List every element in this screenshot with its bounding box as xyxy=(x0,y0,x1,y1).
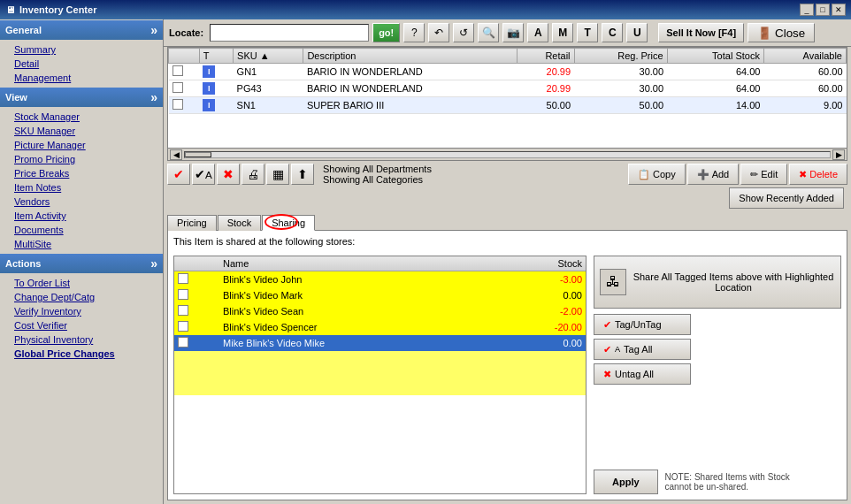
sharing-row-checkbox[interactable] xyxy=(178,321,188,332)
m-button[interactable]: M xyxy=(552,23,573,42)
tag-buttons-group: ✔ Tag/UnTag ✔ A Tag All ✖ Untag All xyxy=(594,314,841,385)
sidebar-item-sku-manager[interactable]: SKU Manager xyxy=(0,124,163,138)
col-desc[interactable]: Description xyxy=(303,49,518,64)
sidebar-item-documents[interactable]: Documents xyxy=(0,223,163,237)
t-button[interactable]: T xyxy=(577,23,598,42)
sidebar-item-summary[interactable]: Summary xyxy=(0,42,163,57)
refresh-button[interactable]: ↺ xyxy=(453,23,474,42)
scroll-thumb[interactable] xyxy=(185,152,211,157)
camera-button[interactable]: 📷 xyxy=(502,23,524,42)
col-sku[interactable]: SKU ▲ xyxy=(234,49,303,64)
sharing-row[interactable]: Blink's Video Spencer -20.00 xyxy=(174,319,586,335)
edit-button[interactable]: ✏ Edit xyxy=(740,164,787,185)
untag-all-button[interactable]: ✖ Untag All xyxy=(594,363,691,385)
sharing-row[interactable]: Blink's Video Sean -2.00 xyxy=(174,303,586,319)
cell-reg-price: 50.00 xyxy=(574,97,667,114)
scroll-track[interactable] xyxy=(184,151,831,158)
sidebar-item-stock-manager[interactable]: Stock Manager xyxy=(0,110,163,124)
sharing-col-stock[interactable]: Stock xyxy=(497,256,586,271)
col-t[interactable]: T xyxy=(199,49,233,64)
cell-retail: 50.00 xyxy=(517,97,574,114)
row-checkbox[interactable] xyxy=(172,99,183,110)
table-row[interactable]: I PG43 BARIO IN WONDERLAND 20.99 30.00 6… xyxy=(169,80,847,97)
copy-button[interactable]: 📋 Copy xyxy=(628,164,686,185)
cell-retail: 20.99 xyxy=(517,64,574,80)
maximize-button[interactable]: □ xyxy=(816,4,830,16)
tab-stock[interactable]: Stock xyxy=(218,215,262,231)
sharing-table: Name Stock Blink's Video John -3.00 xyxy=(174,256,586,395)
view-chevron-icon: » xyxy=(150,90,157,104)
share-tagged-button[interactable]: 🖧 Share All Tagged Items above with High… xyxy=(594,256,841,309)
sidebar-item-management[interactable]: Management xyxy=(0,71,163,85)
u-button[interactable]: U xyxy=(626,23,648,42)
status-display: Showing All Departments Showing All Cate… xyxy=(316,164,626,185)
general-label: General xyxy=(5,25,42,35)
sidebar-item-cost-verifier[interactable]: Cost Verifier xyxy=(0,318,163,332)
row-checkbox[interactable] xyxy=(172,82,183,93)
go-button[interactable]: go! xyxy=(372,23,400,42)
delete-button[interactable]: ✖ Delete xyxy=(789,164,847,185)
sharing-cell-stock: -2.00 xyxy=(497,303,586,319)
show-recently-added-button[interactable]: Show Recently Added xyxy=(729,187,844,209)
col-reg-price[interactable]: Reg. Price xyxy=(574,49,667,64)
minimize-button[interactable]: _ xyxy=(800,4,814,16)
tag-a-button[interactable]: ✔A xyxy=(192,164,215,185)
c-button[interactable]: C xyxy=(602,23,623,42)
view-section-header[interactable]: View » xyxy=(0,88,163,107)
layout-button[interactable]: ▦ xyxy=(266,164,289,185)
cell-desc: BARIO IN WONDERLAND xyxy=(303,80,518,97)
scroll-right-arrow[interactable]: ▶ xyxy=(832,149,845,160)
back-button[interactable]: ↶ xyxy=(428,23,449,42)
search-button[interactable]: 🔍 xyxy=(478,23,499,42)
up-button[interactable]: ⬆ xyxy=(291,164,314,185)
sidebar-item-promo-pricing[interactable]: Promo Pricing xyxy=(0,152,163,166)
tag-untag-button[interactable]: ✔ Tag/UnTag xyxy=(594,314,691,335)
locate-input[interactable] xyxy=(210,24,369,42)
sharing-col-name[interactable]: Name xyxy=(219,256,497,271)
row-checkbox[interactable] xyxy=(172,65,183,76)
sidebar-item-vendors[interactable]: Vendors xyxy=(0,195,163,209)
sharing-row[interactable]: Blink's Video John -3.00 xyxy=(174,271,586,288)
sharing-row-checkbox[interactable] xyxy=(178,273,188,284)
sidebar-item-detail[interactable]: Detail xyxy=(0,57,163,71)
sell-it-now-button[interactable]: Sell It Now [F4] xyxy=(658,23,744,42)
col-total-stock[interactable]: Total Stock xyxy=(667,49,763,64)
sidebar-item-multisite[interactable]: MultiSite xyxy=(0,237,163,251)
add-button[interactable]: ➕ Add xyxy=(687,164,740,185)
share-tagged-label: Share All Tagged Items above with Highli… xyxy=(632,271,835,293)
a-button[interactable]: A xyxy=(527,23,548,42)
table-row[interactable]: I GN1 BARIO IN WONDERLAND 20.99 30.00 64… xyxy=(169,64,847,80)
sharing-row-checkbox[interactable] xyxy=(178,305,188,316)
tag-button[interactable]: ✔ xyxy=(167,164,190,185)
actions-section-header[interactable]: Actions » xyxy=(0,254,163,273)
scroll-left-arrow[interactable]: ◀ xyxy=(170,149,182,160)
sidebar-item-change-dept-catg[interactable]: Change Dept/Catg xyxy=(0,290,163,304)
print-button[interactable]: 🖨 xyxy=(242,164,264,185)
col-available[interactable]: Available xyxy=(763,49,846,64)
sidebar-item-verify-inventory[interactable]: Verify Inventory xyxy=(0,304,163,318)
sharing-cell-name: Blink's Video Sean xyxy=(219,303,497,319)
sharing-row-checkbox[interactable] xyxy=(178,289,188,300)
sidebar-item-global-price-changes[interactable]: Global Price Changes xyxy=(0,347,163,361)
window-close-button[interactable]: ✕ xyxy=(832,4,846,16)
sidebar-item-item-activity[interactable]: Item Activity xyxy=(0,209,163,223)
table-row[interactable]: I SN1 SUPER BARIO III 50.00 50.00 14.00 … xyxy=(169,97,847,114)
sidebar-item-item-notes[interactable]: Item Notes xyxy=(0,180,163,195)
sharing-row-selected[interactable]: Mike Blink's Video Mike 0.00 xyxy=(174,335,586,351)
tab-sharing[interactable]: Sharing xyxy=(262,215,315,231)
general-section-header[interactable]: General » xyxy=(0,20,163,40)
sharing-row-checkbox[interactable] xyxy=(178,337,188,347)
apply-button[interactable]: Apply xyxy=(594,470,658,494)
sidebar-item-price-breaks[interactable]: Price Breaks xyxy=(0,166,163,180)
horizontal-scrollbar[interactable]: ◀ ▶ xyxy=(167,149,847,161)
untag-button[interactable]: ✖ xyxy=(217,164,240,185)
tag-all-button[interactable]: ✔ A Tag All xyxy=(594,339,691,360)
sharing-row[interactable]: Blink's Video Mark 0.00 xyxy=(174,287,586,303)
sidebar-item-to-order-list[interactable]: To Order List xyxy=(0,276,163,290)
col-retail[interactable]: Retail xyxy=(517,49,574,64)
sidebar-item-physical-inventory[interactable]: Physical Inventory xyxy=(0,332,163,347)
sidebar-item-picture-manager[interactable]: Picture Manager xyxy=(0,138,163,152)
help-button[interactable]: ? xyxy=(403,23,425,42)
tab-pricing[interactable]: Pricing xyxy=(167,215,217,231)
close-panel-button[interactable]: 🚪 Close xyxy=(748,23,815,42)
